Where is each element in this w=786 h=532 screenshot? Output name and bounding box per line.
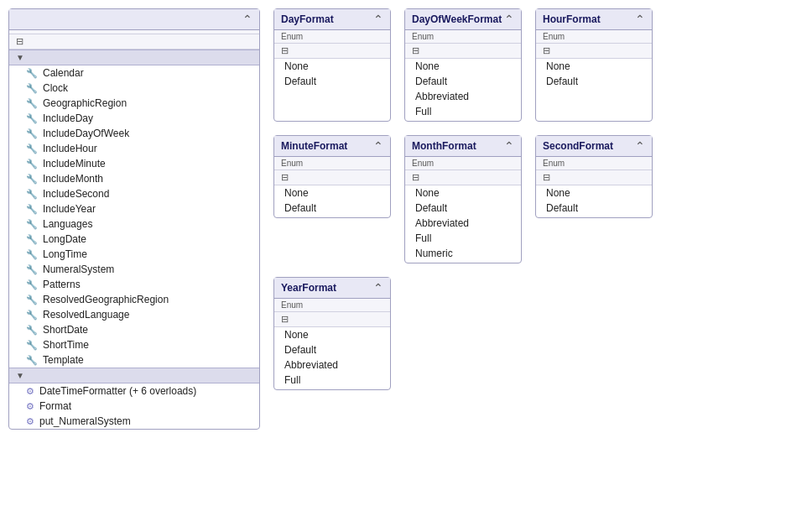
enum-header: SecondFormat ⌃ bbox=[536, 136, 652, 157]
cog-icon: ⚙ bbox=[26, 401, 34, 412]
enum-row-1: DayFormat ⌃ Enum⊟NoneDefault DayOfWeekFo… bbox=[273, 8, 778, 122]
right-panels: DayFormat ⌃ Enum⊟NoneDefault DayOfWeekFo… bbox=[273, 8, 778, 524]
enum-title: HourFormat bbox=[543, 13, 601, 25]
enum-row-3: YearFormat ⌃ Enum⊟NoneDefaultAbbreviated… bbox=[273, 277, 778, 390]
methods-expand-icon[interactable]: ▼ bbox=[16, 371, 24, 380]
property-name: IncludeMinute bbox=[43, 158, 106, 170]
cog-icon: ⚙ bbox=[26, 416, 34, 427]
enum-minus-indicator: ⊟ bbox=[536, 44, 652, 59]
enum-item: None bbox=[405, 59, 521, 74]
enum-item: None bbox=[274, 59, 390, 74]
enum-item: Default bbox=[405, 74, 521, 89]
property-item: 🔧NumeralSystem bbox=[9, 262, 259, 277]
properties-expand-icon[interactable]: ▼ bbox=[16, 53, 24, 62]
enum-title: MonthFormat bbox=[412, 140, 476, 152]
wrench-icon: 🔧 bbox=[26, 113, 38, 124]
property-item: 🔧LongTime bbox=[9, 247, 259, 262]
enum-minus-indicator: ⊟ bbox=[405, 170, 521, 185]
property-name: LongTime bbox=[43, 248, 87, 260]
minus-indicator: ⊟ bbox=[9, 34, 259, 50]
enum-item: None bbox=[274, 185, 390, 201]
enum-header: MinuteFormat ⌃ bbox=[274, 136, 390, 157]
wrench-icon: 🔧 bbox=[26, 355, 38, 366]
enum-item: Full bbox=[405, 231, 521, 246]
method-item: ⚙DateTimeFormatter (+ 6 overloads) bbox=[9, 383, 259, 399]
properties-section-header: ▼ bbox=[9, 50, 259, 65]
enum-item: Abbreviated bbox=[405, 216, 521, 231]
property-item: 🔧ResolvedGeographicRegion bbox=[9, 292, 259, 307]
enum-item: Default bbox=[405, 201, 521, 216]
wrench-icon: 🔧 bbox=[26, 159, 38, 170]
wrench-icon: 🔧 bbox=[26, 128, 38, 139]
enum-item: Default bbox=[274, 342, 390, 357]
property-name: IncludeMonth bbox=[43, 173, 103, 185]
enum-item: Abbreviated bbox=[405, 89, 521, 104]
property-item: 🔧ShortTime bbox=[9, 337, 259, 352]
property-item: 🔧Template bbox=[9, 352, 259, 368]
enum-item: Full bbox=[274, 373, 390, 389]
methods-section-header: ▼ bbox=[9, 368, 259, 383]
enum-box-dayofweekformat: DayOfWeekFormat ⌃ Enum⊟NoneDefaultAbbrev… bbox=[404, 8, 522, 122]
method-name: Format bbox=[39, 400, 71, 412]
property-item: 🔧IncludeMinute bbox=[9, 156, 259, 171]
property-name: GeographicRegion bbox=[43, 97, 127, 109]
property-name: NumeralSystem bbox=[43, 263, 114, 275]
property-name: Patterns bbox=[43, 279, 81, 290]
cog-icon: ⚙ bbox=[26, 386, 34, 397]
property-name: IncludeDayOfWeek bbox=[43, 128, 129, 139]
wrench-icon: 🔧 bbox=[26, 204, 38, 215]
method-name: DateTimeFormatter (+ 6 overloads) bbox=[39, 385, 196, 397]
property-item: 🔧IncludeDayOfWeek bbox=[9, 126, 259, 141]
property-name: ResolvedLanguage bbox=[43, 309, 129, 321]
property-item: 🔧IncludeHour bbox=[9, 141, 259, 156]
property-item: 🔧ShortDate bbox=[9, 322, 259, 337]
property-item: 🔧IncludeMonth bbox=[9, 171, 259, 186]
enum-collapse-icon[interactable]: ⌃ bbox=[373, 139, 383, 153]
enum-collapse-icon[interactable]: ⌃ bbox=[373, 281, 383, 295]
wrench-icon: 🔧 bbox=[26, 68, 38, 79]
enum-item: Default bbox=[536, 74, 652, 91]
property-name: ShortDate bbox=[43, 324, 88, 336]
enum-row-2: MinuteFormat ⌃ Enum⊟NoneDefault MonthFor… bbox=[273, 135, 778, 263]
property-item: 🔧IncludeSecond bbox=[9, 186, 259, 201]
methods-list: ⚙DateTimeFormatter (+ 6 overloads)⚙Forma… bbox=[9, 383, 259, 429]
enum-box-minuteformat: MinuteFormat ⌃ Enum⊟NoneDefault bbox=[273, 135, 391, 218]
enum-collapse-icon[interactable]: ⌃ bbox=[504, 13, 514, 26]
enum-collapse-icon[interactable]: ⌃ bbox=[635, 13, 645, 26]
property-item: 🔧ResolvedLanguage bbox=[9, 307, 259, 322]
enum-box-dayformat: DayFormat ⌃ Enum⊟NoneDefault bbox=[273, 8, 391, 122]
property-name: ResolvedGeographicRegion bbox=[43, 294, 169, 305]
enum-header: DayFormat ⌃ bbox=[274, 9, 390, 30]
method-name: put_NumeralSystem bbox=[39, 415, 131, 427]
enum-title: MinuteFormat bbox=[281, 140, 347, 152]
enum-item: None bbox=[536, 59, 652, 74]
enum-header: HourFormat ⌃ bbox=[536, 9, 652, 30]
wrench-icon: 🔧 bbox=[26, 189, 38, 200]
class-panel-header: ⌃ bbox=[9, 9, 259, 30]
enum-type-label: Enum bbox=[274, 299, 390, 312]
enum-type-label: Enum bbox=[405, 30, 521, 44]
enum-header: MonthFormat ⌃ bbox=[405, 136, 521, 157]
wrench-icon: 🔧 bbox=[26, 249, 38, 260]
enum-header: DayOfWeekFormat ⌃ bbox=[405, 9, 521, 30]
enum-minus-indicator: ⊟ bbox=[405, 44, 521, 59]
property-item: 🔧GeographicRegion bbox=[9, 96, 259, 111]
enum-box-yearformat: YearFormat ⌃ Enum⊟NoneDefaultAbbreviated… bbox=[273, 277, 391, 390]
wrench-icon: 🔧 bbox=[26, 98, 38, 109]
enum-item: Default bbox=[536, 201, 652, 217]
wrench-icon: 🔧 bbox=[26, 174, 38, 185]
enum-item: None bbox=[536, 185, 652, 201]
method-item: ⚙Format bbox=[9, 399, 259, 414]
enum-type-label: Enum bbox=[405, 157, 521, 170]
property-name: IncludeSecond bbox=[43, 188, 109, 200]
enum-collapse-icon[interactable]: ⌃ bbox=[504, 139, 514, 153]
enum-box-hourformat: HourFormat ⌃ Enum⊟NoneDefault bbox=[535, 8, 653, 122]
property-name: IncludeYear bbox=[43, 203, 96, 215]
collapse-icon[interactable]: ⌃ bbox=[242, 13, 252, 26]
enum-type-label: Enum bbox=[274, 30, 390, 44]
enum-collapse-icon[interactable]: ⌃ bbox=[373, 13, 383, 26]
enum-box-monthformat: MonthFormat ⌃ Enum⊟NoneDefaultAbbreviate… bbox=[404, 135, 522, 263]
enum-collapse-icon[interactable]: ⌃ bbox=[635, 139, 645, 153]
enum-type-label: Enum bbox=[274, 157, 390, 170]
wrench-icon: 🔧 bbox=[26, 279, 38, 290]
